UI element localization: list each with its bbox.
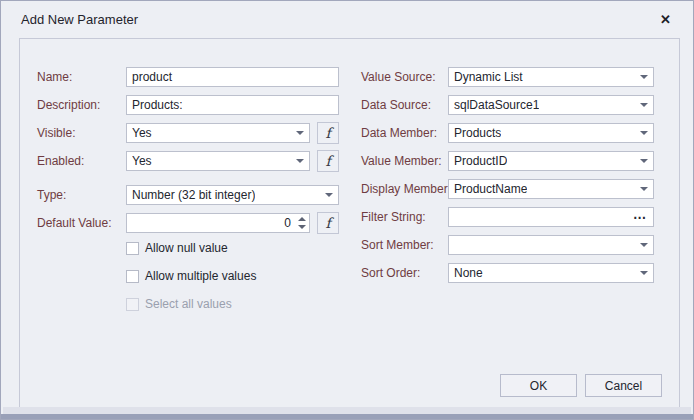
filter-string-field[interactable]: ⋯ [448,207,654,227]
sort-order-row: Sort Order: None [361,263,655,283]
enabled-row: Enabled: Yes f [37,151,340,171]
type-label: Type: [37,188,126,202]
dialog-footer: OK Cancel [500,374,662,397]
sort-member-row: Sort Member: [361,235,655,255]
name-row: Name: [37,67,340,87]
value-member-dropdown[interactable]: ProductID [448,151,654,171]
type-dropdown[interactable]: Number (32 bit integer) [126,185,339,205]
chevron-down-icon[interactable] [291,152,309,170]
data-source-dropdown[interactable]: sqlDataSource1 [448,95,654,115]
chevron-down-icon[interactable] [635,236,653,254]
chevron-down-icon[interactable] [635,180,653,198]
type-row: Type: Number (32 bit integer) [37,185,340,205]
add-new-parameter-dialog: Add New Parameter ✕ Name: Description: V… [0,0,694,420]
ellipsis-icon[interactable]: ⋯ [627,211,653,224]
description-label: Description: [37,98,126,112]
close-icon[interactable]: ✕ [656,11,675,28]
default-value-text: 0 [127,216,294,230]
checkbox-label: Allow multiple values [145,269,256,283]
chevron-down-icon[interactable] [635,152,653,170]
value-member-label: Value Member: [361,154,448,168]
default-value-spinner[interactable]: 0 [126,213,310,233]
spin-down-icon[interactable] [298,225,306,229]
filter-string-row: Filter String: ⋯ [361,207,655,227]
spinner-buttons [294,214,309,232]
window-frame-inner-strip [3,407,691,414]
value-member-row: Value Member: ProductID [361,151,655,171]
data-member-value: Products [454,126,501,140]
default-value-formula-button[interactable]: f [317,212,339,234]
visible-row: Visible: Yes f [37,123,340,143]
description-input[interactable] [127,96,338,114]
sort-order-value: None [454,266,483,280]
chevron-down-icon[interactable] [635,96,653,114]
titlebar: Add New Parameter ✕ [1,1,693,38]
enabled-value: Yes [132,154,152,168]
chevron-down-icon[interactable] [291,124,309,142]
sort-order-label: Sort Order: [361,266,448,280]
right-column: Value Source: Dynamic List Data Source: … [361,67,655,291]
value-source-dropdown[interactable]: Dynamic List [448,67,654,87]
visible-dropdown[interactable]: Yes [126,123,310,143]
checkbox-icon [126,298,139,311]
description-field[interactable] [126,95,339,115]
data-member-dropdown[interactable]: Products [448,123,654,143]
display-member-row: Display Member: ProductName [361,179,655,199]
data-member-row: Data Member: Products [361,123,655,143]
value-member-value: ProductID [454,154,507,168]
cancel-button[interactable]: Cancel [585,374,662,397]
display-member-dropdown[interactable]: ProductName [448,179,654,199]
display-member-value: ProductName [454,182,527,196]
data-source-label: Data Source: [361,98,448,112]
value-source-value: Dynamic List [454,70,523,84]
chevron-down-icon[interactable] [635,68,653,86]
data-member-label: Data Member: [361,126,448,140]
checkbox-label: Allow null value [145,241,228,255]
content-panel: Name: Description: Visible: Yes f [19,38,680,409]
enabled-dropdown[interactable]: Yes [126,151,310,171]
value-source-row: Value Source: Dynamic List [361,67,655,87]
sort-member-dropdown[interactable] [448,235,654,255]
sort-order-dropdown[interactable]: None [448,263,654,283]
name-field[interactable] [126,67,339,87]
data-source-value: sqlDataSource1 [454,98,539,112]
default-value-label: Default Value: [37,216,126,230]
allow-null-value-checkbox[interactable]: Allow null value [126,241,340,255]
checkbox-label: Select all values [145,297,232,311]
checkbox-icon[interactable] [126,242,139,255]
visible-label: Visible: [37,126,126,140]
select-all-values-checkbox: Select all values [126,297,340,311]
name-label: Name: [37,70,126,84]
ok-button[interactable]: OK [500,374,577,397]
type-value: Number (32 bit integer) [132,188,255,202]
sort-member-label: Sort Member: [361,238,448,252]
chevron-down-icon[interactable] [635,124,653,142]
dialog-title: Add New Parameter [21,12,138,27]
enabled-label: Enabled: [37,154,126,168]
description-row: Description: [37,95,340,115]
spin-up-icon[interactable] [298,217,306,221]
allow-multiple-values-checkbox[interactable]: Allow multiple values [126,269,340,283]
name-input[interactable] [127,68,338,86]
data-source-row: Data Source: sqlDataSource1 [361,95,655,115]
chevron-down-icon[interactable] [635,264,653,282]
enabled-formula-button[interactable]: f [317,150,339,172]
default-value-row: Default Value: 0 f [37,213,340,233]
display-member-label: Display Member: [361,182,448,196]
chevron-down-icon[interactable] [320,186,338,204]
filter-string-label: Filter String: [361,210,448,224]
visible-value: Yes [132,126,152,140]
visible-formula-button[interactable]: f [317,122,339,144]
checkbox-icon[interactable] [126,270,139,283]
value-source-label: Value Source: [361,70,448,84]
left-column: Name: Description: Visible: Yes f [37,67,340,325]
window-frame-bottom-edge [1,414,693,419]
